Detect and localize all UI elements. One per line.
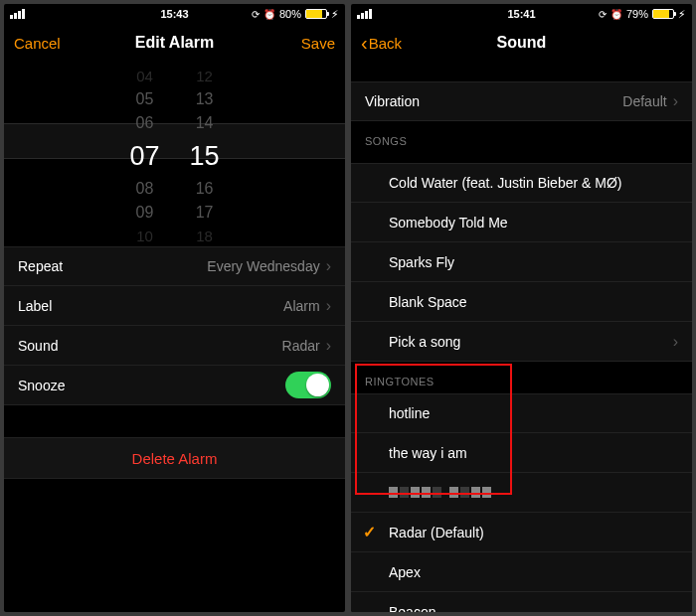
save-button[interactable]: Save bbox=[301, 35, 335, 52]
chevron-right-icon: › bbox=[326, 257, 331, 275]
song-row[interactable]: Cold Water (feat. Justin Bieber & MØ) bbox=[351, 163, 692, 203]
sound-screen: 15:41 ⟳ ⏰ 79% ⚡︎ ‹Back Sound Vibration D… bbox=[351, 4, 692, 612]
song-row[interactable]: Blank Space bbox=[351, 282, 692, 322]
ringtone-row[interactable]: Beacon bbox=[351, 592, 692, 612]
screen-title: Sound bbox=[351, 34, 692, 52]
songs-header: SONGS bbox=[351, 121, 692, 153]
ringtone-row[interactable]: Apex bbox=[351, 552, 692, 592]
battery-icon bbox=[305, 9, 327, 19]
cancel-button[interactable]: Cancel bbox=[14, 35, 61, 52]
snooze-row: Snooze bbox=[4, 366, 345, 405]
chevron-right-icon: › bbox=[326, 297, 331, 315]
censored-text bbox=[389, 485, 491, 501]
ringtone-row[interactable] bbox=[351, 473, 692, 513]
status-bar: 15:41 ⟳ ⏰ 79% ⚡︎ bbox=[351, 4, 692, 24]
battery-icon bbox=[652, 9, 674, 19]
minute-wheel[interactable]: 12 13 14 15 16 17 18 bbox=[190, 68, 220, 221]
edit-alarm-screen: 15:43 ⟳ ⏰ 80% ⚡︎ Cancel Edit Alarm Save … bbox=[4, 4, 345, 612]
ringtone-row-selected[interactable]: Radar (Default) bbox=[351, 513, 692, 552]
chevron-left-icon: ‹ bbox=[361, 33, 368, 53]
nav-bar: ‹Back Sound bbox=[351, 24, 692, 62]
song-row[interactable]: Sparks Fly bbox=[351, 242, 692, 282]
status-bar: 15:43 ⟳ ⏰ 80% ⚡︎ bbox=[4, 4, 345, 24]
pick-song-row[interactable]: Pick a song › bbox=[351, 322, 692, 362]
vibration-row[interactable]: Vibration Default› bbox=[351, 81, 692, 121]
hour-wheel[interactable]: 04 05 06 07 08 09 10 bbox=[129, 68, 159, 221]
ringtone-row[interactable]: hotline bbox=[351, 393, 692, 433]
chevron-right-icon: › bbox=[326, 337, 331, 355]
time-picker[interactable]: 04 05 06 07 08 09 10 12 13 14 15 16 17 1… bbox=[4, 62, 345, 221]
ringtone-row[interactable]: the way i am bbox=[351, 433, 692, 473]
chevron-right-icon: › bbox=[673, 333, 678, 351]
chevron-right-icon: › bbox=[673, 92, 678, 110]
delete-alarm-button[interactable]: Delete Alarm bbox=[4, 437, 345, 479]
song-row[interactable]: Somebody Told Me bbox=[351, 203, 692, 242]
status-time: 15:43 bbox=[4, 8, 345, 20]
back-button[interactable]: ‹Back bbox=[361, 33, 402, 53]
ringtones-header: RINGTONES bbox=[351, 362, 692, 393]
sound-row[interactable]: Sound Radar› bbox=[4, 326, 345, 366]
snooze-toggle[interactable] bbox=[285, 372, 331, 398]
label-row[interactable]: Label Alarm› bbox=[4, 286, 345, 326]
nav-bar: Cancel Edit Alarm Save bbox=[4, 24, 345, 62]
status-time: 15:41 bbox=[351, 8, 692, 20]
repeat-row[interactable]: Repeat Every Wednesday› bbox=[4, 246, 345, 286]
